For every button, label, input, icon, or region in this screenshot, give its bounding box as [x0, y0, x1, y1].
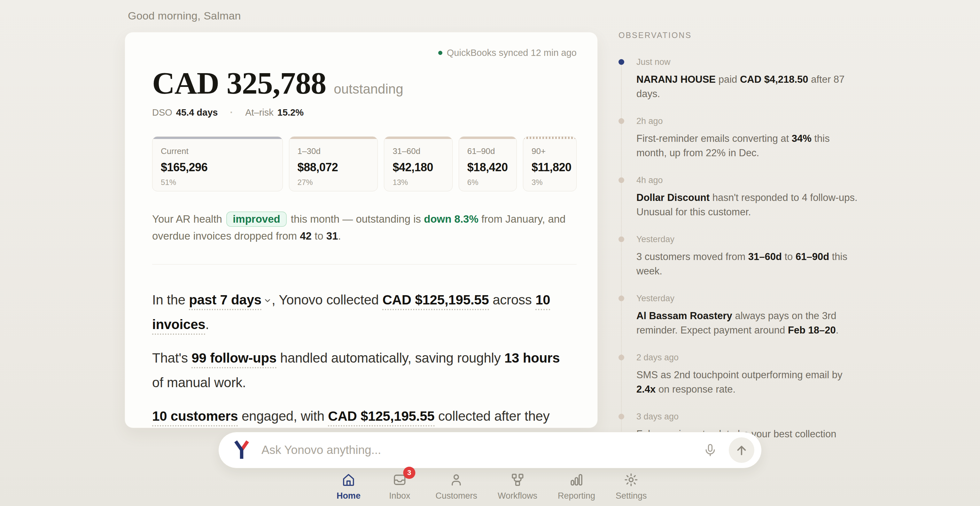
narrative-paragraph: 10 customers engaged, with CAD $125,195.… — [152, 404, 565, 428]
text-segment: 31 — [326, 230, 338, 242]
card-divider — [152, 264, 577, 265]
observation-timestamp: 4h ago — [636, 175, 865, 185]
customers-link[interactable]: 10 customers — [152, 409, 238, 427]
outstanding-suffix: outstanding — [334, 81, 403, 97]
outstanding-amount: CAD 325,788 — [152, 65, 326, 101]
text-segment: , Yonovo collected — [272, 292, 382, 307]
nav-item-home[interactable]: Home — [333, 473, 364, 501]
text-segment: down 8.3% — [424, 213, 479, 225]
bucket-percent: 3% — [531, 178, 576, 187]
collected-amount-link[interactable]: CAD $125,195.55 — [382, 292, 489, 310]
microphone-icon — [703, 443, 717, 457]
text-segment: of manual work. — [152, 375, 246, 390]
text-segment: 61–90d — [795, 251, 829, 262]
observation-text: NARANJ HOUSE paid CAD $4,218.50 after 87… — [636, 72, 860, 101]
bucket-label: 31–60d — [393, 146, 452, 156]
nav-item-customers[interactable]: Customers — [435, 473, 477, 501]
ar-health-summary: Your AR health improved this month — out… — [152, 211, 568, 244]
text-segment: handled automatically, saving roughly — [277, 351, 504, 365]
observation-text: Dollar Discount hasn't responded to 4 fo… — [636, 190, 860, 219]
bucket-percent: 27% — [298, 178, 378, 187]
observations-panel: OBSERVATIONS Just now NARANJ HOUSE paid … — [619, 31, 865, 471]
timeline-dot — [619, 414, 624, 419]
text-segment: to — [782, 251, 795, 262]
bucket-accent-bar — [523, 137, 576, 139]
aging-bucket[interactable]: Current $165,296 51% — [152, 136, 283, 191]
text-segment: 42 — [300, 230, 312, 242]
aging-buckets: Current $165,296 51% 1–30d $88,072 27% 3… — [152, 136, 577, 191]
text-segment: paid — [716, 74, 740, 85]
timeline-dot — [619, 295, 624, 301]
text-segment: engaged, with — [238, 409, 328, 424]
bucket-label: 1–30d — [298, 146, 378, 156]
bucket-amount: $11,820 — [531, 161, 576, 174]
observation-text: Al Bassam Roastery always pays on the 3r… — [636, 309, 860, 337]
workflows-icon — [510, 473, 525, 487]
observation-item: 4h ago Dollar Discount hasn't responded … — [619, 175, 865, 219]
greeting-text: Good morning, Salman — [128, 10, 241, 22]
bucket-percent: 13% — [393, 178, 452, 187]
send-button[interactable] — [729, 437, 754, 463]
text-segment: First-reminder emails converting at — [636, 133, 792, 144]
timeline-dot — [619, 177, 624, 183]
narrative-paragraph: That's 99 follow-ups handled automatical… — [152, 346, 565, 395]
aging-bucket[interactable]: 31–60d $42,180 13% — [384, 136, 452, 191]
bucket-accent-bar — [153, 137, 283, 139]
ask-input[interactable] — [261, 443, 701, 457]
text-segment: 2.4x — [636, 384, 655, 395]
collected-amount-link[interactable]: CAD $125,195.55 — [328, 409, 434, 427]
text-segment: In the — [152, 292, 189, 307]
text-segment: to — [312, 230, 326, 242]
bucket-amount: $88,072 — [298, 161, 378, 174]
ar-summary-card: QuickBooks synced 12 min ago CAD 325,788… — [125, 32, 598, 428]
activity-narrative: In the past 7 days, Yonovo collected CAD… — [152, 287, 565, 428]
nav-item-workflows[interactable]: Workflows — [498, 473, 537, 501]
text-segment: SMS as 2nd touchpoint outperforming emai… — [636, 369, 842, 381]
text-segment: CAD $4,218.50 — [740, 74, 808, 85]
observation-item: Yesterday 3 customers moved from 31–60d … — [619, 235, 865, 278]
yonovo-logo-icon — [233, 440, 251, 460]
bucket-accent-bar — [289, 137, 378, 139]
text-segment: on response rate. — [655, 384, 735, 395]
text-segment: . — [205, 317, 209, 332]
microphone-button[interactable] — [701, 441, 720, 460]
bucket-label: 61–90d — [467, 146, 517, 156]
text-segment: . — [338, 230, 341, 242]
bucket-amount: $42,180 — [393, 161, 452, 174]
nav-item-reporting[interactable]: Reporting — [558, 473, 595, 501]
aging-bucket[interactable]: 1–30d $88,072 27% — [289, 136, 378, 191]
bucket-accent-bar — [459, 137, 517, 139]
aging-bucket[interactable]: 90+ $11,820 3% — [523, 136, 577, 191]
timeline-dot — [619, 236, 624, 242]
follow-ups-link[interactable]: 99 follow-ups — [191, 351, 277, 368]
nav-item-settings[interactable]: Settings — [616, 473, 647, 501]
kpi-separator: · — [230, 107, 233, 118]
observation-text: 3 customers moved from 31–60d to 61–90d … — [636, 249, 860, 278]
nav-item-inbox[interactable]: 3 Inbox — [384, 473, 415, 501]
observation-item: Yesterday Al Bassam Roastery always pays… — [619, 293, 865, 337]
bucket-accent-bar — [384, 137, 452, 139]
improved-badge: improved — [226, 211, 287, 227]
period-selector[interactable]: past 7 days — [189, 292, 261, 310]
bucket-amount: $18,420 — [467, 161, 517, 174]
timeline-dot — [619, 59, 624, 65]
bucket-label: Current — [161, 146, 283, 156]
timeline-dot — [619, 118, 624, 124]
inbox-badge: 3 — [403, 467, 415, 479]
text-segment: That's — [152, 351, 191, 365]
aging-bucket[interactable]: 61–90d $18,420 6% — [459, 136, 517, 191]
text-segment: 3 customers moved from — [636, 251, 748, 262]
observation-timestamp: 2h ago — [636, 116, 865, 126]
at-risk-label: At–risk — [245, 107, 274, 118]
text-segment: Al Bassam Roastery — [636, 310, 732, 321]
ask-bar — [218, 432, 762, 468]
sync-status-label: QuickBooks synced 12 min ago — [447, 48, 577, 58]
sync-status-dot — [438, 51, 442, 55]
nav-label: Inbox — [389, 491, 410, 501]
dso-label: DSO — [152, 107, 172, 118]
chevron-down-icon — [263, 287, 272, 312]
text-segment: across — [489, 292, 535, 307]
text-segment: 31–60d — [748, 251, 782, 262]
observation-timestamp: Yesterday — [636, 235, 865, 244]
reporting-icon — [569, 473, 584, 487]
